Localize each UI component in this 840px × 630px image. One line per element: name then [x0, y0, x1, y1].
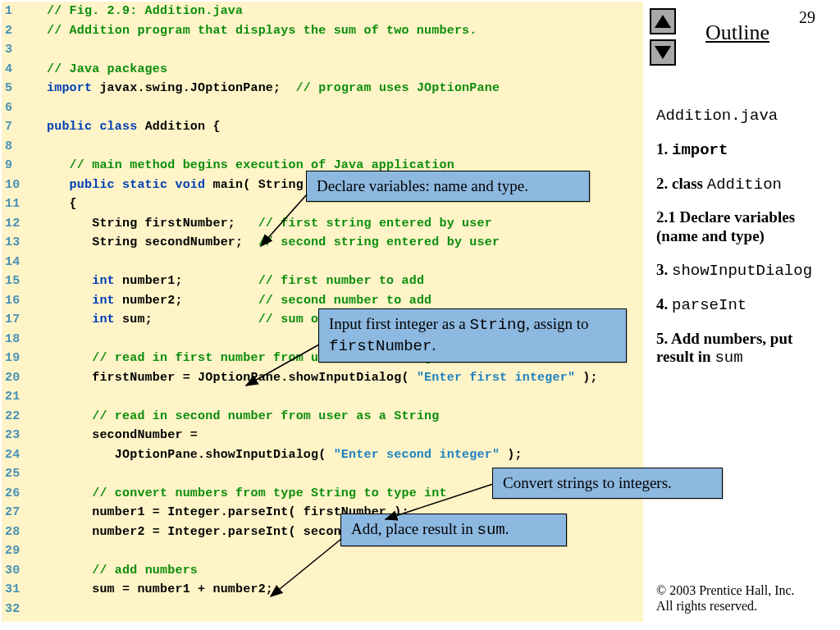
- code-line: 1// Fig. 2.9: Addition.java: [2, 2, 643, 21]
- code-line: 31 sum = number1 + number2;: [2, 580, 643, 600]
- callout-convert: Convert strings to integers.: [492, 468, 723, 499]
- code-line: 30 // add numbers: [2, 561, 643, 581]
- code-line: 13 String secondNumber; // second string…: [2, 233, 643, 253]
- code-line: 5import javax.swing.JOptionPane; // prog…: [2, 79, 643, 98]
- outline-item: 5. Add numbers, put result in sum: [656, 330, 833, 368]
- callout-input-first: Input first integer as a String, assign …: [318, 308, 627, 363]
- nav-next-button[interactable]: [650, 39, 676, 66]
- outline-item: 4. parseInt: [656, 295, 833, 315]
- outline-item: 2.1 Declare variables (name and type): [656, 208, 833, 246]
- code-line: 15 int number1; // first number to add: [2, 272, 643, 291]
- code-line: 2// Addition program that displays the s…: [2, 21, 643, 41]
- code-line: 12 String firstNumber; // first string e…: [2, 214, 643, 234]
- code-line: 21: [2, 387, 643, 407]
- code-line: 20 firstNumber = JOptionPane.showInputDi…: [2, 368, 643, 388]
- outline-title: Outline: [705, 21, 769, 45]
- triangle-up-icon: [655, 15, 671, 28]
- code-line: 24 JOptionPane.showInputDialog( "Enter s…: [2, 445, 643, 465]
- right-panel: 29 Outline Addition.java 1. import2. cla…: [648, 0, 840, 630]
- code-line: 16 int number2; // second number to add: [2, 291, 643, 311]
- outline-file: Addition.java: [656, 107, 833, 126]
- outline-item: 3. showInputDialog: [656, 261, 833, 281]
- code-line: 6: [2, 98, 643, 118]
- slide: 1// Fig. 2.9: Addition.java2// Addition …: [0, 0, 840, 630]
- code-line: 32: [2, 600, 643, 619]
- code-line: 22 // read in second number from user as…: [2, 407, 643, 427]
- outline-item: 2. class Addition: [656, 175, 833, 194]
- outline-body: Addition.java 1. import2. class Addition…: [656, 107, 833, 382]
- outline-item: 1. import: [656, 140, 833, 160]
- code-line: 7public class Addition {: [2, 117, 643, 137]
- code-line: 4// Java packages: [2, 60, 643, 80]
- nav-prev-button[interactable]: [650, 8, 676, 34]
- code-line: 3: [2, 40, 643, 60]
- triangle-down-icon: [655, 46, 671, 59]
- callout-declare-vars: Declare variables: name and type.: [306, 171, 590, 202]
- code-line: 8: [2, 137, 643, 157]
- code-line: 14: [2, 253, 643, 272]
- copyright: © 2003 Prentice Hall, Inc.All rights res…: [656, 582, 795, 614]
- callout-add: Add, place result in sum.: [340, 514, 567, 546]
- page-number: 29: [799, 8, 815, 27]
- code-line: 23 secondNumber =: [2, 426, 643, 445]
